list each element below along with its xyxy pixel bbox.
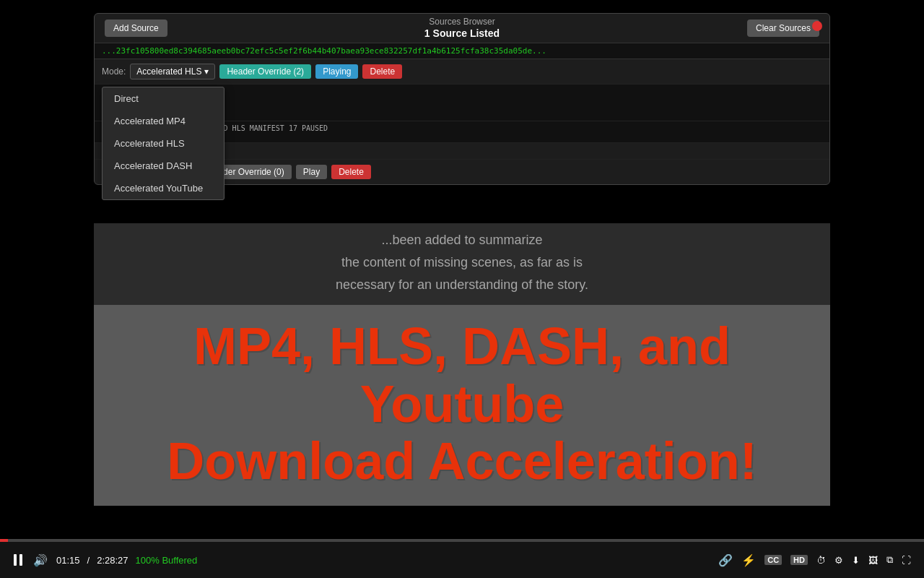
link-button[interactable]: 🔗	[717, 553, 734, 567]
sources-title-block: Sources Browser 1 Source Listed	[424, 17, 500, 39]
settings-button[interactable]: ⚙	[833, 555, 845, 566]
fullscreen-icon: ⛶	[902, 555, 911, 566]
hd-icon: HD	[790, 555, 808, 565]
promo-banner: MP4, HLS, DASH, and Youtube Download Acc…	[94, 305, 830, 506]
link-icon: 🔗	[718, 553, 733, 567]
sources-browser-title: Sources Browser	[424, 17, 500, 27]
progress-bar[interactable]	[0, 539, 924, 542]
dropdown-item-mp4[interactable]: Accelerated MP4	[103, 110, 224, 132]
cc-icon: CC	[764, 555, 782, 565]
accel-button[interactable]: ⚡	[740, 553, 757, 567]
dropdown-item-direct[interactable]: Direct	[103, 87, 224, 110]
playing-button-1[interactable]: Playing	[315, 64, 358, 79]
pause-button[interactable]	[12, 554, 25, 566]
dropdown-item-hls[interactable]: Accelerated HLS	[103, 132, 224, 155]
subtitle-overlay: ...been added to summarize the content o…	[94, 223, 830, 305]
delete-button-2[interactable]: Delete	[331, 165, 371, 179]
mode-dropdown-1[interactable]: Accelerated HLS ▾	[130, 64, 215, 79]
add-source-button[interactable]: Add Source	[105, 20, 167, 37]
clock-button[interactable]: ⏱	[815, 555, 827, 566]
download-icon: ⬇	[852, 555, 860, 566]
header-override-button-1[interactable]: Header Override (2)	[219, 64, 311, 79]
download-button[interactable]: ⬇	[850, 555, 861, 566]
promo-line2: Download Acceleration!	[101, 433, 823, 490]
pip-icon: ⧉	[886, 554, 893, 566]
volume-button[interactable]: 🔊	[32, 553, 49, 567]
time-current: 01:15	[56, 555, 80, 566]
sources-count: 1 Source Listed	[424, 27, 500, 40]
subtitle-line3: necessary for an understanding of the st…	[116, 275, 808, 295]
time-total: 2:28:27	[97, 555, 128, 566]
fullscreen-button[interactable]: ⛶	[900, 555, 912, 566]
red-dot-icon	[812, 21, 822, 31]
dropdown-item-dash[interactable]: Accelerated DASH	[103, 155, 224, 177]
gear-icon: ⚙	[834, 555, 843, 566]
controls-bar: 🔊 01:15 / 2:28:27 100% Buffered 🔗 ⚡ CC H…	[0, 542, 924, 578]
subtitle-line1: ...been added to summarize	[116, 230, 808, 250]
pause-icon	[13, 554, 23, 566]
hd-button[interactable]: HD	[789, 555, 809, 565]
video-area: ...been added to summarize the content o…	[0, 0, 924, 542]
pip-button[interactable]: ⧉	[885, 554, 894, 566]
dropdown-item-youtube[interactable]: Accelerated YouTube	[103, 177, 224, 199]
photo-icon: 🖼	[868, 555, 878, 566]
clock-icon: ⏱	[816, 555, 826, 566]
progress-fill	[0, 539, 8, 542]
sources-header: Add Source Sources Browser 1 Source List…	[95, 14, 829, 43]
source-1-controls: Mode: Accelerated HLS ▾ Header Override …	[102, 64, 402, 79]
url-bar: ...23fc105800ed8c394685aeeb0bc72efc5c5ef…	[95, 43, 829, 59]
subtitle-line2: the content of missing scenes, as far as…	[116, 253, 808, 272]
play-button-2[interactable]: Play	[296, 165, 327, 179]
accel-icon: ⚡	[741, 553, 756, 567]
source-row-1: Mode: Accelerated HLS ▾ Header Override …	[95, 59, 829, 85]
screenshot-button[interactable]: 🖼	[867, 555, 879, 566]
buffered-status: 100% Buffered	[136, 555, 198, 566]
mode-dropdown-menu: Direct Accelerated MP4 Accelerated HLS A…	[102, 87, 225, 200]
mode-value-1: Accelerated HLS	[136, 66, 201, 77]
sources-browser-panel: Add Source Sources Browser 1 Source List…	[94, 13, 830, 185]
promo-line1: MP4, HLS, DASH, and Youtube	[101, 318, 823, 432]
clear-sources-button[interactable]: Clear Sources	[747, 20, 819, 37]
right-controls: 🔗 ⚡ CC HD ⏱ ⚙ ⬇ 🖼 ⧉ ⛶	[717, 553, 912, 567]
volume-icon: 🔊	[33, 553, 48, 567]
delete-button-1[interactable]: Delete	[362, 64, 402, 79]
cc-button[interactable]: CC	[763, 555, 783, 565]
mode-arrow-1: ▾	[204, 66, 209, 77]
mode-prefix-1: Mode:	[102, 66, 126, 77]
time-separator: /	[87, 555, 90, 566]
